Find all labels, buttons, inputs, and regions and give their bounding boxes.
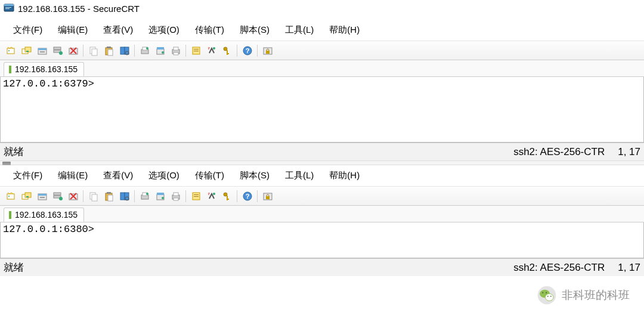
svg-rect-41 bbox=[266, 51, 270, 54]
svg-rect-18 bbox=[108, 50, 113, 55]
svg-rect-53 bbox=[92, 194, 97, 201]
menu-tools[interactable]: 工具(L) bbox=[278, 22, 321, 38]
session-tab[interactable]: 192.168.163.155 bbox=[4, 62, 84, 76]
toolbar: ? bbox=[0, 187, 644, 206]
svg-rect-1 bbox=[4, 4, 14, 6]
connect-sessions-icon[interactable] bbox=[19, 43, 34, 58]
print-icon[interactable] bbox=[168, 43, 183, 58]
save-icon[interactable] bbox=[153, 43, 168, 58]
svg-rect-42 bbox=[7, 194, 14, 199]
svg-rect-75 bbox=[227, 199, 229, 200]
status-cursor-pos: 1, 17 bbox=[618, 262, 640, 274]
status-cipher: ssh2: AES-256-CTR bbox=[513, 146, 605, 158]
svg-point-24 bbox=[146, 47, 148, 50]
toolbar-separator bbox=[237, 190, 237, 202]
menu-file[interactable]: 文件(F) bbox=[6, 22, 49, 38]
svg-rect-68 bbox=[174, 198, 178, 200]
menu-view[interactable]: 查看(V) bbox=[96, 22, 140, 38]
help-icon[interactable]: ? bbox=[240, 43, 255, 58]
print-icon[interactable] bbox=[168, 188, 183, 203]
quick-connect-icon[interactable] bbox=[4, 43, 18, 58]
svg-point-12 bbox=[59, 51, 63, 55]
svg-rect-15 bbox=[92, 49, 97, 55]
sessions-list-icon[interactable] bbox=[50, 43, 65, 58]
keys-icon[interactable] bbox=[219, 188, 234, 203]
settings-icon[interactable] bbox=[204, 43, 219, 58]
menu-options[interactable]: 选项(O) bbox=[141, 22, 187, 38]
terminal-pane-2[interactable]: 127.0.0.1:6380> bbox=[0, 222, 644, 258]
tab-active-marker bbox=[9, 211, 11, 219]
svg-rect-67 bbox=[174, 193, 178, 196]
svg-rect-57 bbox=[120, 193, 125, 200]
session-tab[interactable]: 192.168.163.155 bbox=[4, 208, 84, 222]
lock-icon[interactable] bbox=[260, 188, 275, 203]
reconnect-icon[interactable] bbox=[35, 43, 49, 58]
status-cursor-pos: 1, 17 bbox=[618, 146, 640, 158]
svg-rect-56 bbox=[108, 195, 113, 201]
svg-rect-26 bbox=[157, 47, 164, 50]
toolbar-separator bbox=[185, 190, 186, 202]
reconnect-icon[interactable] bbox=[35, 188, 49, 203]
print-setup-icon[interactable] bbox=[137, 188, 152, 203]
status-cipher: ssh2: AES-256-CTR bbox=[513, 262, 605, 274]
quick-connect-icon[interactable] bbox=[4, 188, 18, 203]
toolbar-separator bbox=[257, 45, 258, 57]
menu-script[interactable]: 脚本(S) bbox=[233, 168, 277, 184]
keys-icon[interactable] bbox=[219, 43, 234, 58]
menu-file[interactable]: 文件(F) bbox=[6, 168, 49, 184]
menu-edit[interactable]: 编辑(E) bbox=[51, 22, 95, 38]
toolbar-separator bbox=[134, 45, 135, 57]
menu-transfer[interactable]: 传输(T) bbox=[188, 168, 231, 184]
terminal-prompt: 127.0.0.1:6380> bbox=[3, 224, 94, 235]
save-icon[interactable] bbox=[153, 188, 168, 203]
menu-view[interactable]: 查看(V) bbox=[96, 168, 140, 184]
status-bar-2: 就绪 ssh2: AES-256-CTR 1, 17 bbox=[0, 258, 644, 276]
menu-tools[interactable]: 工具(L) bbox=[278, 168, 321, 184]
menu-help[interactable]: 帮助(H) bbox=[322, 22, 367, 38]
status-bar-1: 就绪 ssh2: AES-256-CTR 1, 17 bbox=[0, 143, 644, 160]
menu-options[interactable]: 选项(O) bbox=[141, 168, 187, 184]
find-icon[interactable] bbox=[117, 188, 132, 203]
print-setup-icon[interactable] bbox=[137, 43, 152, 58]
settings-icon[interactable] bbox=[204, 188, 219, 203]
svg-point-62 bbox=[146, 193, 148, 195]
status-ready: 就绪 bbox=[4, 261, 24, 274]
svg-rect-32 bbox=[194, 49, 199, 50]
svg-rect-19 bbox=[120, 47, 125, 54]
svg-point-27 bbox=[162, 51, 164, 54]
svg-point-34 bbox=[213, 47, 215, 50]
svg-text:?: ? bbox=[245, 193, 249, 200]
menu-transfer[interactable]: 传输(T) bbox=[188, 22, 231, 38]
properties-icon[interactable] bbox=[188, 188, 203, 203]
menu-bar: 文件(F) 编辑(E) 查看(V) 选项(O) 传输(T) 脚本(S) 工具(L… bbox=[0, 20, 644, 41]
svg-rect-10 bbox=[54, 47, 61, 50]
copy-icon[interactable] bbox=[86, 43, 101, 58]
find-icon[interactable] bbox=[117, 43, 132, 58]
menu-help[interactable]: 帮助(H) bbox=[322, 168, 367, 184]
svg-rect-17 bbox=[107, 47, 111, 48]
menu-script[interactable]: 脚本(S) bbox=[233, 22, 277, 38]
connect-sessions-icon[interactable] bbox=[19, 188, 34, 203]
terminal-pane-1[interactable]: 127.0.0.1:6379> bbox=[0, 77, 644, 143]
svg-rect-29 bbox=[174, 47, 178, 50]
help-icon[interactable]: ? bbox=[240, 188, 255, 203]
terminal-prompt: 127.0.0.1:6379> bbox=[3, 78, 94, 89]
disconnect-icon[interactable] bbox=[66, 43, 80, 58]
disconnect-icon[interactable] bbox=[66, 188, 80, 203]
tab-label: 192.168.163.155 bbox=[15, 64, 78, 74]
copy-icon[interactable] bbox=[86, 188, 101, 203]
svg-point-43 bbox=[8, 196, 10, 197]
sessions-list-icon[interactable] bbox=[50, 188, 65, 203]
pane-separator[interactable] bbox=[0, 160, 644, 165]
menu-edit[interactable]: 编辑(E) bbox=[51, 168, 95, 184]
svg-text:?: ? bbox=[245, 47, 249, 54]
lock-icon[interactable] bbox=[260, 43, 275, 58]
svg-point-72 bbox=[213, 193, 215, 195]
paste-icon[interactable] bbox=[101, 188, 116, 203]
svg-rect-33 bbox=[194, 51, 199, 51]
svg-rect-48 bbox=[54, 193, 61, 195]
paste-icon[interactable] bbox=[101, 43, 116, 58]
toolbar-separator bbox=[185, 45, 186, 57]
properties-icon[interactable] bbox=[188, 43, 203, 58]
svg-point-5 bbox=[8, 50, 10, 51]
